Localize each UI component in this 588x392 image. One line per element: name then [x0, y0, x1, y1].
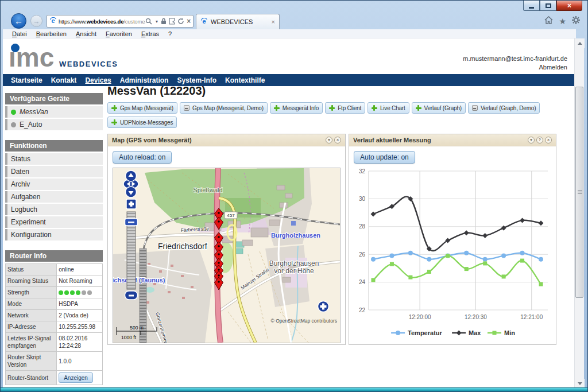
browser-toolbar: ← → e https://www.webdevices.de/customer…	[3, 13, 576, 29]
vertical-scrollbar[interactable]	[574, 38, 584, 389]
forward-arrow-icon: →	[33, 17, 40, 25]
router-label: Network	[6, 310, 57, 321]
map-pan-control[interactable]	[123, 170, 138, 197]
sidebar-item-archiv[interactable]: Archiv	[5, 178, 103, 190]
window-close-button[interactable]: ×	[556, 1, 582, 11]
collapse-icon	[472, 105, 478, 111]
scrollbar-thumb[interactable]	[575, 87, 583, 298]
plus-icon	[111, 105, 117, 111]
plus-icon	[274, 105, 280, 111]
action-button-gps-map-messger-t[interactable]: Gps Map (Messgerät)	[107, 102, 177, 114]
svg-text:12:20:00: 12:20:00	[409, 314, 431, 320]
menu-favoriten[interactable]: Favoriten	[101, 30, 137, 37]
refresh-icon[interactable]	[177, 18, 184, 25]
tools-gear-icon[interactable]	[572, 16, 580, 26]
device-status-dot	[11, 122, 16, 127]
action-button-label: Ftp Client	[338, 105, 361, 111]
collapse-icon	[184, 105, 189, 111]
ie-favicon: e	[49, 17, 57, 26]
svg-text:1000 ft: 1000 ft	[121, 335, 137, 340]
back-button[interactable]: ←	[11, 13, 26, 29]
page-content: ımc WEBDEVICES m.mustermann@test.imc-fra…	[3, 38, 574, 389]
device-label: E_Auto	[20, 121, 42, 129]
nav-item-kontakt[interactable]: Kontakt	[51, 76, 77, 84]
scroll-up-button[interactable]	[575, 38, 585, 48]
page-title: MessVan (122203)	[107, 84, 206, 98]
toolbar-right-icons: ★	[544, 16, 580, 26]
map-attribution[interactable]: © OpenStreetMap contributors	[271, 318, 337, 324]
map-canvas[interactable]: 457 Spießwald Friedrichsdorf richsdorf (…	[113, 168, 340, 343]
search-dropdown-icon[interactable]: ▼	[154, 20, 158, 24]
action-button-udpnoise-messages[interactable]: UDPNoise-Messages	[107, 117, 177, 128]
panel-collapse-icon[interactable]: ▾	[326, 137, 332, 143]
nav-item-startseite[interactable]: Startseite	[11, 76, 42, 84]
device-item-messvan[interactable]: MessVan	[5, 106, 103, 118]
svg-text:28: 28	[359, 223, 366, 230]
scroll-up-icon	[578, 42, 582, 45]
sidebar-item-daten[interactable]: Daten	[5, 166, 103, 177]
plus-icon	[372, 105, 377, 111]
map-zoom-control[interactable]	[125, 199, 138, 300]
browser-tab[interactable]: e WEBDEVICES ×	[196, 14, 280, 29]
svg-text:e: e	[202, 18, 206, 25]
nav-item-devices[interactable]: Devices	[85, 76, 111, 84]
map-container[interactable]: 457 Spießwald Friedrichsdorf richsdorf (…	[113, 168, 341, 343]
nav-item-kontexthilfe[interactable]: Kontexthilfe	[225, 76, 265, 84]
compatibility-view-icon[interactable]	[169, 18, 175, 25]
imc-logo: ımc WEBDEVICES	[9, 43, 158, 73]
auto-reload-button[interactable]: Auto reload: on	[113, 151, 172, 164]
menu-datei[interactable]: Datei	[7, 30, 32, 37]
sidebar: Verfügbare Geräte MessVanE_Auto Funktion…	[5, 93, 103, 385]
search-icon[interactable]	[145, 18, 152, 25]
panel-close-icon[interactable]: ×	[334, 137, 341, 143]
lock-icon	[161, 18, 167, 25]
action-button-messger-t-info[interactable]: Messgerät Info	[270, 102, 323, 114]
window-maximize-button[interactable]	[540, 1, 556, 11]
menu-?[interactable]: ?	[164, 30, 176, 37]
forward-button[interactable]: →	[30, 15, 42, 27]
legend-item-min[interactable]: Min	[488, 329, 515, 336]
action-button-live-chart[interactable]: Live Chart	[368, 102, 409, 114]
menu-ansicht[interactable]: Ansicht	[71, 30, 101, 37]
panel-help-icon[interactable]: ?	[536, 137, 543, 143]
sidebar-item-experiment[interactable]: Experiment	[5, 216, 103, 228]
sidebar-item-logbuch[interactable]: Logbuch	[5, 204, 103, 215]
home-icon[interactable]	[544, 16, 553, 26]
svg-text:Min: Min	[504, 329, 515, 336]
router-row: Router-StandortAnzeigen	[6, 371, 103, 385]
legend-item-max[interactable]: Max	[452, 329, 481, 336]
action-button-verlauf-graph[interactable]: Verlauf (Graph)	[412, 102, 466, 114]
stop-icon[interactable]: ×	[187, 18, 191, 25]
svg-text:vor der Höhe: vor der Höhe	[274, 267, 314, 275]
logout-link[interactable]: Abmelden	[463, 63, 567, 72]
legend-item-temperatur[interactable]: Temperatur	[391, 329, 442, 336]
strength-dot-icon	[87, 290, 92, 295]
menu-bearbeiten[interactable]: Bearbeiten	[32, 30, 71, 37]
router-label: Roaming Status	[6, 275, 57, 287]
svg-text:30: 30	[359, 196, 366, 202]
router-label: Mode	[6, 298, 57, 310]
nav-item-system-info[interactable]: System-Info	[177, 76, 216, 84]
sidebar-item-status[interactable]: Status	[5, 153, 103, 165]
action-button-label: Verlauf (Graph)	[424, 105, 462, 111]
action-button-ftp-client[interactable]: Ftp Client	[325, 102, 365, 114]
window-minimize-button[interactable]	[523, 1, 540, 11]
sidebar-item-konfiguration[interactable]: Konfiguration	[5, 229, 103, 240]
auto-update-button[interactable]: Auto update: on	[354, 151, 415, 164]
panel-close-icon[interactable]: ×	[545, 137, 552, 143]
address-bar[interactable]: e https://www.webdevices.de/customer/d ▼…	[47, 15, 194, 28]
favorites-star-icon[interactable]: ★	[559, 17, 566, 25]
router-label: Strength	[6, 287, 57, 298]
action-button-gps-map-messger-t-demo[interactable]: Gps Map (Messgerät, Demo)	[180, 102, 268, 114]
tab-close-icon[interactable]: ×	[272, 19, 275, 25]
road-shield-457: 457	[225, 212, 237, 219]
sidebar-item-aufgaben[interactable]: Aufgaben	[5, 191, 103, 203]
menu-extras[interactable]: Extras	[137, 30, 164, 37]
device-item-e-auto[interactable]: E_Auto	[5, 119, 103, 130]
panel-collapse-icon[interactable]: ▾	[528, 137, 535, 143]
router-value: Not Roaming	[57, 275, 103, 287]
svg-text:12:20:30: 12:20:30	[465, 314, 487, 320]
nav-item-administration[interactable]: Administration	[120, 76, 169, 84]
action-button-verlauf-graph-demo[interactable]: Verlauf (Graph, Demo)	[468, 102, 540, 114]
anzeigen-button[interactable]: Anzeigen	[59, 372, 93, 383]
